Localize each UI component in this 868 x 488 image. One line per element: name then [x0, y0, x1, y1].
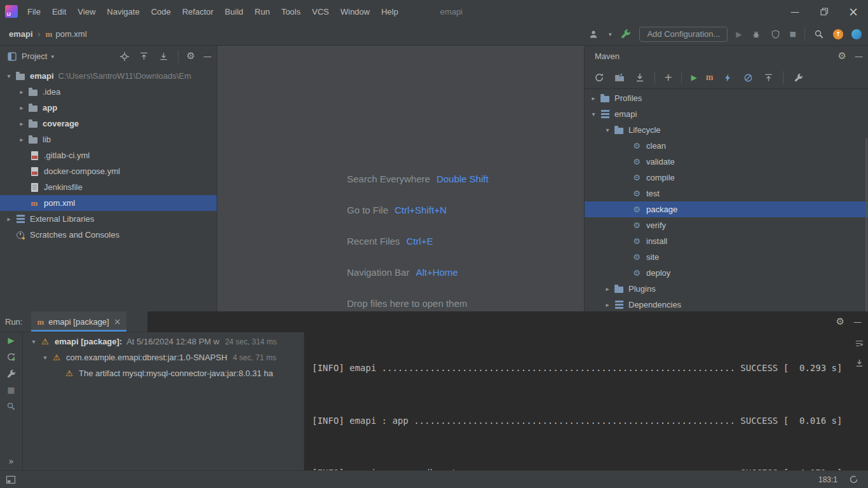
update-available-icon[interactable]: ↑	[833, 29, 843, 39]
menu-tools[interactable]: Tools	[276, 0, 306, 23]
collapse-all-icon[interactable]	[763, 72, 774, 83]
execute-maven-goal-icon[interactable]: m	[706, 73, 714, 82]
menu-window[interactable]: Window	[335, 0, 376, 23]
maven-goal-install[interactable]: ⚙ install	[585, 233, 868, 249]
expand-all-icon[interactable]	[158, 51, 170, 62]
chevron-down-icon[interactable]: ▾	[29, 338, 39, 345]
settings-gear-icon[interactable]: ⚙	[187, 51, 195, 61]
reload-projects-icon[interactable]	[593, 72, 605, 83]
chevron-right-icon[interactable]: ▸	[17, 88, 27, 95]
chevron-right-icon[interactable]: ▸	[4, 215, 14, 222]
maven-row-dependencies[interactable]: ▸ Dependencies	[585, 297, 868, 313]
maven-goal-compile[interactable]: ⚙ compile	[585, 170, 868, 186]
hide-panel-icon[interactable]: —	[855, 51, 863, 61]
project-row-pom-xml[interactable]: m pom.xml	[0, 195, 217, 211]
menu-vcs[interactable]: VCS	[306, 0, 335, 23]
run-tree-row-root[interactable]: ▾ ⚠ emapi [package]: At 5/16/2024 12:48 …	[24, 334, 304, 349]
chevron-right-icon[interactable]: ▸	[17, 104, 27, 111]
editor-area[interactable]: Search Everywhere Double Shift Go to Fil…	[217, 46, 585, 311]
breadcrumb-file[interactable]: pom.xml	[55, 29, 86, 39]
search-output-icon[interactable]	[6, 400, 17, 412]
download-sources-icon[interactable]	[634, 72, 646, 83]
menu-help[interactable]: Help	[376, 0, 404, 23]
settings-gear-icon[interactable]: ⚙	[838, 51, 846, 61]
maven-settings-wrench-icon[interactable]	[792, 72, 804, 83]
background-tasks-icon[interactable]	[848, 474, 859, 485]
chevron-down-icon[interactable]: ▾	[588, 111, 599, 118]
rerun-icon[interactable]: ▶	[8, 336, 15, 345]
menu-view[interactable]: View	[72, 0, 101, 23]
debug-icon[interactable]	[750, 29, 762, 40]
maven-goal-site[interactable]: ⚙ site	[585, 249, 868, 265]
restore-window-button[interactable]	[810, 0, 839, 23]
maven-row-profiles[interactable]: ▸ Profiles	[585, 90, 868, 106]
project-row-docker-compose[interactable]: docker-compose.yml	[0, 163, 217, 179]
more-actions-icon[interactable]: »	[8, 456, 14, 466]
hide-panel-icon[interactable]: —	[203, 51, 212, 61]
run-tree-row-module[interactable]: ▾ ⚠ com.example.emapi:dbrest:jar:1.0-SNA…	[24, 349, 304, 365]
breadcrumb-project[interactable]: emapi	[9, 29, 33, 39]
chevron-down-icon[interactable]: ▾	[4, 72, 14, 79]
run-settings-wrench-icon[interactable]	[6, 368, 17, 379]
maven-goal-verify[interactable]: ⚙ verify	[585, 217, 868, 233]
settings-gear-icon[interactable]: ⚙	[836, 317, 844, 327]
add-maven-project-icon[interactable]: +	[664, 72, 672, 83]
offline-mode-icon[interactable]	[742, 72, 754, 83]
caret-position[interactable]: 183:1	[818, 475, 837, 484]
soft-wrap-icon[interactable]	[853, 337, 865, 349]
run-tab-emapi-package[interactable]: m emapi [package] ×	[31, 311, 126, 332]
build-wrench-icon[interactable]	[620, 29, 631, 40]
run-tree-row-artifact-warning[interactable]: ⚠ The artifact mysql:mysql-connector-jav…	[24, 365, 304, 381]
collapse-all-icon[interactable]	[139, 51, 150, 62]
project-row-external-libraries[interactable]: ▸ External Libraries	[0, 211, 217, 227]
menu-file[interactable]: File	[22, 0, 46, 23]
stop-icon[interactable]: ■	[790, 30, 796, 38]
maven-goal-package[interactable]: ⚙ package	[585, 201, 868, 217]
add-configuration-button[interactable]: Add Configuration...	[639, 27, 728, 42]
chevron-down-icon[interactable]: ▾	[40, 354, 50, 361]
project-row-gitlab-ci[interactable]: .gitlab-ci.yml	[0, 147, 217, 163]
maven-goal-deploy[interactable]: ⚙ deploy	[585, 265, 868, 281]
menu-run[interactable]: Run	[249, 0, 276, 23]
menu-code[interactable]: Code	[146, 0, 177, 23]
chevron-right-icon[interactable]: ▸	[602, 301, 613, 308]
project-panel-title[interactable]: Project	[22, 51, 47, 61]
run-maven-goal-icon[interactable]: ▶	[691, 73, 696, 82]
chevron-right-icon[interactable]: ▸	[588, 95, 599, 102]
chevron-down-icon[interactable]: ▾	[51, 53, 54, 60]
maven-row-lifecycle[interactable]: ▾ Lifecycle	[585, 122, 868, 138]
close-tab-icon[interactable]: ×	[114, 316, 121, 327]
stop-process-icon[interactable]: ■	[7, 385, 15, 395]
run-console[interactable]: [INFO] emapi ...........................…	[304, 332, 868, 470]
chevron-right-icon[interactable]: ▸	[17, 136, 27, 143]
project-row-scratches[interactable]: Scratches and Consoles	[0, 227, 217, 243]
project-row-app[interactable]: ▸ app	[0, 100, 217, 116]
coverage-icon[interactable]	[770, 29, 782, 40]
menu-navigate[interactable]: Navigate	[101, 0, 145, 23]
minimize-window-button[interactable]: —	[780, 0, 810, 23]
menu-build[interactable]: Build	[219, 0, 249, 23]
project-row-jenkinsfile[interactable]: Jenkinsfile	[0, 179, 217, 195]
toolwindow-toggle-icon[interactable]	[5, 474, 17, 485]
close-window-button[interactable]: ×	[839, 0, 868, 23]
hide-panel-icon[interactable]: —	[853, 317, 862, 327]
maven-goal-validate[interactable]: ⚙ validate	[585, 154, 868, 170]
rerun-failed-icon[interactable]	[6, 351, 17, 362]
maven-goal-test[interactable]: ⚙ test	[585, 186, 868, 201]
menu-refactor[interactable]: Refactor	[177, 0, 219, 23]
project-row-emapi[interactable]: ▾ emapi C:\Users\SantroW11\Downloads\Em	[0, 68, 217, 84]
project-row-coverage[interactable]: ▸ coverage	[0, 116, 217, 132]
locate-file-icon[interactable]	[119, 51, 130, 62]
skip-tests-icon[interactable]	[722, 72, 733, 83]
scroll-to-end-icon[interactable]	[853, 357, 865, 369]
maven-row-plugins[interactable]: ▸ Plugins	[585, 281, 868, 297]
maven-goal-clean[interactable]: ⚙ clean	[585, 138, 868, 154]
user-account-icon[interactable]	[588, 29, 599, 40]
project-row-lib[interactable]: ▸ lib	[0, 132, 217, 147]
code-with-me-icon[interactable]	[851, 29, 862, 39]
project-row-idea[interactable]: ▸ .idea	[0, 84, 217, 100]
chevron-down-icon[interactable]: ▾	[602, 126, 613, 133]
generate-sources-icon[interactable]	[614, 72, 625, 83]
maven-row-emapi[interactable]: ▾ emapi	[585, 106, 868, 122]
search-everywhere-icon[interactable]	[813, 29, 825, 40]
